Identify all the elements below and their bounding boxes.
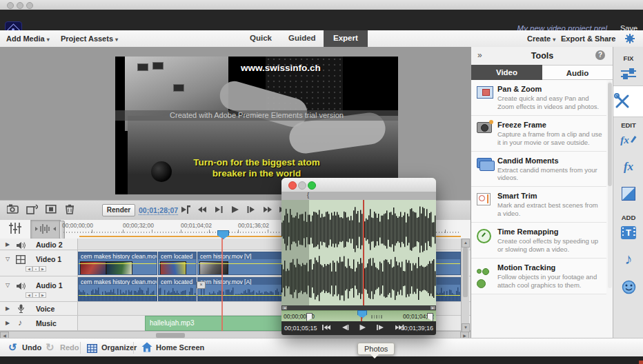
- audio-transition-icon[interactable]: ×: [197, 281, 206, 289]
- close-window-icon[interactable]: [288, 181, 297, 190]
- transitions-icon[interactable]: [613, 187, 643, 203]
- play-icon[interactable]: [359, 324, 371, 332]
- preview-playhead[interactable]: [357, 310, 367, 318]
- ruler-label: 00;00;32;00: [123, 222, 154, 229]
- create-menu[interactable]: Create ▾: [527, 34, 555, 43]
- expand-track-icon[interactable]: ▶: [6, 305, 10, 312]
- keyframe-nav-buttons[interactable]: ◀+▶: [26, 266, 46, 272]
- waveform-display[interactable]: [281, 200, 436, 305]
- step-forward-icon[interactable]: [246, 204, 259, 216]
- step-back-icon[interactable]: [341, 324, 353, 332]
- organizer-grid-icon[interactable]: [87, 343, 97, 356]
- redo-button[interactable]: Redo: [60, 343, 79, 352]
- undo-button[interactable]: Undo: [22, 343, 41, 352]
- previous-edit-icon[interactable]: [197, 204, 210, 216]
- music-note-icon[interactable]: ♪: [613, 252, 643, 266]
- video-clip[interactable]: cern located: [158, 252, 197, 275]
- pan-zoom-icon: [477, 85, 497, 111]
- trim-in-handle[interactable]: [306, 313, 313, 321]
- track-name: Music: [36, 319, 57, 327]
- tab-guided[interactable]: Guided: [288, 34, 316, 42]
- home-screen-button[interactable]: Home Screen: [156, 343, 204, 352]
- video-watermark: www.swissinfo.ch: [241, 63, 321, 73]
- zoom-window-icon[interactable]: [26, 2, 33, 9]
- tool-motion-tracking[interactable]: Motion TrackingFollow objects in your fo…: [471, 259, 606, 294]
- timeline-vscrollbar[interactable]: ▲ ▼: [461, 239, 469, 331]
- preview-window-titlebar[interactable]: [281, 178, 436, 192]
- audio-mixer-icon[interactable]: [8, 222, 23, 236]
- trim-out-handle[interactable]: [427, 313, 433, 321]
- keyframe-nav-buttons[interactable]: ◀+▶: [26, 292, 46, 298]
- snapshot-camera-icon[interactable]: [7, 204, 19, 216]
- zoom-window-icon[interactable]: [308, 181, 316, 190]
- tool-time-remapping[interactable]: Time RemappingCreate cool effects by spe…: [471, 223, 606, 259]
- film-track-icon[interactable]: [16, 254, 26, 267]
- tools-scrollbar[interactable]: [608, 81, 612, 288]
- step-back-icon[interactable]: [214, 204, 226, 216]
- add-media-menu[interactable]: Add Media ▾: [6, 34, 50, 43]
- go-to-in-icon[interactable]: [181, 204, 193, 216]
- titles-text-icon[interactable]: T: [613, 226, 643, 239]
- preview-mini-timeline[interactable]: 00;00;00;00 00;01;04;02: [281, 310, 436, 322]
- render-button[interactable]: Render: [102, 204, 135, 216]
- trim-brace-icon: {: [307, 192, 309, 199]
- emoji-smiley-icon[interactable]: [613, 280, 643, 297]
- help-icon[interactable]: ?: [595, 50, 605, 60]
- expand-track-icon[interactable]: ▶: [6, 320, 10, 326]
- ruler-label: 00;00;00;00: [62, 222, 93, 229]
- chevron-down-icon: ▾: [553, 37, 555, 43]
- tool-candid-moments[interactable]: Candid MomentsExtract candid moments fro…: [471, 152, 606, 188]
- skip-start-icon[interactable]: [322, 324, 334, 332]
- preview-current-timecode[interactable]: 00;01;05;15: [284, 325, 317, 332]
- current-timecode[interactable]: 00;01;28;07: [139, 206, 178, 215]
- dock-strip: [0, 356, 643, 364]
- organizer-button[interactable]: Organizer: [101, 343, 137, 352]
- tab-expert[interactable]: Expert: [324, 30, 368, 47]
- video-clip[interactable]: cern makes history clean.mov [V]: [78, 252, 157, 275]
- speaker-icon[interactable]: [17, 281, 26, 293]
- collapse-track-icon[interactable]: ▽: [6, 282, 10, 288]
- adjust-sliders-icon[interactable]: [613, 68, 643, 83]
- microphone-icon[interactable]: [18, 304, 24, 316]
- expand-track-icon[interactable]: ▶: [6, 241, 10, 247]
- tool-pan-zoom[interactable]: Pan & ZoomCreate quick and easy Pan and …: [471, 80, 606, 116]
- play-icon[interactable]: [230, 204, 243, 216]
- ruler-label: 00;01;36;02: [238, 222, 269, 229]
- export-share-button[interactable]: Export & Share: [561, 34, 615, 43]
- fx-pencil-icon[interactable]: fx: [613, 134, 643, 146]
- next-edit-icon[interactable]: [263, 204, 275, 216]
- music-note-icon[interactable]: ♪: [18, 318, 22, 327]
- redo-icon[interactable]: ↻: [46, 341, 55, 354]
- title-bar: My new video project.prel Save: [0, 10, 643, 30]
- clip-properties-icon[interactable]: [46, 204, 58, 216]
- project-assets-menu[interactable]: Project Assets ▾: [61, 34, 118, 43]
- freeze-frame-icon: [477, 121, 497, 147]
- tab-quick[interactable]: Quick: [250, 34, 272, 42]
- collapse-track-icon[interactable]: ▽: [6, 256, 10, 262]
- video-subtitle: Turn-on for the biggest atom breaker in …: [115, 157, 398, 179]
- undo-icon[interactable]: ↺: [8, 341, 17, 354]
- track-name: Audio 1: [36, 281, 63, 290]
- audio-clip[interactable]: cern makes history clean.mov [A]: [78, 277, 157, 301]
- step-forward-icon[interactable]: [376, 324, 388, 332]
- settings-gear-icon[interactable]: [624, 33, 635, 47]
- minimize-window-icon[interactable]: [17, 2, 23, 9]
- audio-clip[interactable]: cern located: [158, 277, 197, 301]
- tool-freeze-frame[interactable]: Freeze FrameCapture a frame from a clip …: [471, 116, 606, 152]
- delete-trash-icon[interactable]: [65, 204, 77, 216]
- tab-audio-tools[interactable]: Audio: [542, 65, 613, 80]
- tools-wrench-selected[interactable]: [613, 85, 643, 117]
- minimize-window-icon[interactable]: [298, 181, 306, 190]
- candid-moments-icon: [477, 156, 497, 183]
- rotate-frame-icon[interactable]: [26, 204, 39, 216]
- smart-trim-icon: [477, 192, 497, 218]
- preview-scrollbar[interactable]: ◀ ▶: [281, 305, 436, 310]
- close-window-icon[interactable]: [7, 2, 14, 9]
- chevron-down-icon: ▾: [47, 37, 50, 43]
- tool-smart-trim[interactable]: Smart TrimMark and extract best scenes f…: [471, 187, 606, 223]
- action-rail: FIX EDIT fx fx ADD T ♪: [613, 47, 643, 338]
- audio-meters-toggle[interactable]: [30, 220, 61, 239]
- effects-fx-icon[interactable]: fx: [613, 160, 643, 174]
- tab-video-tools[interactable]: Video: [471, 65, 542, 80]
- home-icon[interactable]: [141, 342, 152, 355]
